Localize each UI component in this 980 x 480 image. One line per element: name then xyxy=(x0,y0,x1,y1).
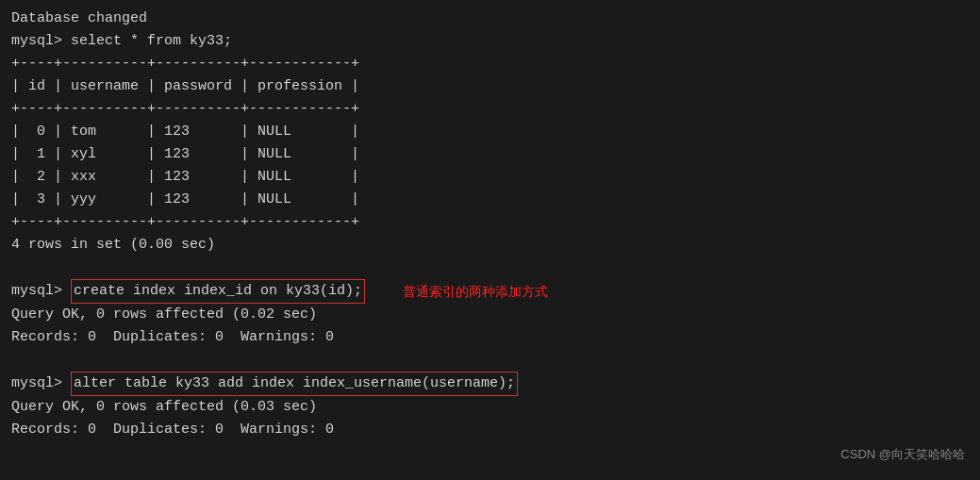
line-empty1 xyxy=(11,257,969,279)
line-query-ok-1: Query OK, 0 rows affected (0.02 sec) xyxy=(11,304,969,326)
line-border3: +----+----------+----------+------------… xyxy=(11,211,969,234)
line-border2: +----+----------+----------+------------… xyxy=(11,98,969,121)
line-records-2: Records: 0 Duplicates: 0 Warnings: 0 xyxy=(11,419,969,441)
alter-index-cmd: alter table ky33 add index index_usernam… xyxy=(71,372,518,396)
line-border1: +----+----------+----------+------------… xyxy=(11,53,969,75)
line-row1: | 1 | xyl | 123 | NULL | xyxy=(11,143,969,166)
mysql-prompt-2: mysql> xyxy=(11,372,71,395)
terminal-window: Database changed mysql> select * from ky… xyxy=(0,0,980,480)
line-header: | id | username | password | profession … xyxy=(11,75,969,98)
line-empty2 xyxy=(11,349,969,372)
line-alter-index: mysql> alter table ky33 add index index_… xyxy=(11,372,969,396)
line-records-1: Records: 0 Duplicates: 0 Warnings: 0 xyxy=(11,326,969,349)
line-row2: | 2 | xxx | 123 | NULL | xyxy=(11,166,969,189)
line-select: mysql> select * from ky33; xyxy=(11,30,969,53)
line-row3: | 3 | yyy | 123 | NULL | xyxy=(11,189,969,211)
line-query-ok-2: Query OK, 0 rows affected (0.03 sec) xyxy=(11,396,969,419)
line-db-changed: Database changed xyxy=(11,8,969,30)
line-rows-count: 4 rows in set (0.00 sec) xyxy=(11,234,969,257)
mysql-prompt-1: mysql> xyxy=(11,280,71,303)
watermark: CSDN @向天笑哈哈哈 xyxy=(840,445,965,465)
line-create-index: mysql> create index index_id on ky33(id)… xyxy=(11,279,969,304)
annotation-text-1: 普通索引的两种添加方式 xyxy=(403,281,548,302)
create-index-cmd: create index index_id on ky33(id); xyxy=(71,279,365,304)
line-row0: | 0 | tom | 123 | NULL | xyxy=(11,121,969,143)
